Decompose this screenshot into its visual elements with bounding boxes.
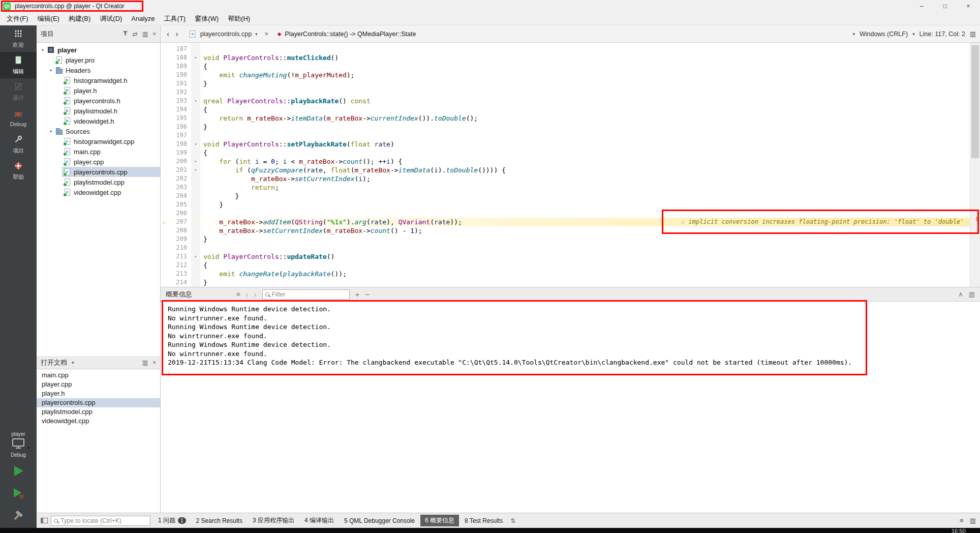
tree-item-videowidget.cpp[interactable]: cvideowidget.cpp	[37, 187, 160, 197]
output-tab-1[interactable]: 2 Search Results	[192, 516, 247, 526]
expander-icon[interactable]: ▾	[48, 68, 54, 73]
fold-marker-icon[interactable]: ▾	[191, 140, 200, 149]
tree-item-player[interactable]: ▾player	[37, 45, 160, 55]
chevron-down-icon[interactable]: ▾	[912, 32, 915, 37]
open-doc-main.cpp[interactable]: main.cpp	[37, 371, 160, 380]
menu-item-4[interactable]: Analyze	[127, 13, 159, 24]
run-button[interactable]	[0, 461, 37, 483]
code-line-200[interactable]: 200▾ for (int i = 0; i < m_rateBox->coun…	[161, 157, 970, 166]
tree-item-player.cpp[interactable]: cplayer.cpp	[37, 157, 160, 167]
build-button[interactable]	[0, 506, 37, 528]
encoding-label[interactable]: Windows (CRLF)	[860, 31, 908, 38]
code-line-193[interactable]: 193▾qreal PlayerControls::playbackRate()…	[161, 97, 970, 105]
open-doc-playercontrols.cpp[interactable]: playercontrols.cpp	[37, 398, 160, 407]
close-pane-icon[interactable]: ▥	[969, 291, 975, 298]
code-line-209[interactable]: 209}	[161, 235, 970, 244]
toggle-right-sidebar-icon[interactable]: ▥	[970, 517, 976, 524]
code-line-191[interactable]: 191}	[161, 79, 970, 88]
mode-design[interactable]: 设计	[0, 78, 37, 105]
code-line-206[interactable]: 206	[161, 209, 970, 218]
code-line-202[interactable]: 202 m_rateBox->setCurrentIndex(i);	[161, 174, 970, 183]
split-editor-icon[interactable]: ▥	[970, 30, 976, 38]
wrap-lines-icon[interactable]: ≡	[236, 291, 240, 298]
output-tab-0[interactable]: 1 问题1	[154, 515, 191, 526]
code-line-197[interactable]: 197	[161, 131, 970, 140]
split-icon[interactable]: ▥	[142, 360, 148, 366]
code-line-201[interactable]: 201▾ if (qFuzzyCompare(rate, float(m_rat…	[161, 166, 970, 174]
close-button[interactable]: ×	[957, 0, 980, 12]
tree-item-headers[interactable]: ▾Headers	[37, 65, 160, 75]
zoom-in-icon[interactable]: +	[355, 290, 360, 298]
tree-item-histogramwidget.cpp[interactable]: chistogramwidget.cpp	[37, 136, 160, 146]
chevron-down-icon[interactable]: ▾	[852, 32, 855, 37]
code-line-207[interactable]: 207⚠ m_rateBox->addItem(QString("%1x").a…	[161, 218, 970, 226]
tree-item-histogramwidget.h[interactable]: hhistogramwidget.h	[37, 75, 160, 85]
fold-marker-icon[interactable]: ▾	[191, 166, 200, 174]
back-icon[interactable]: ‹	[167, 30, 169, 38]
menu-item-3[interactable]: 调试(D)	[95, 13, 127, 24]
prev-item-icon[interactable]: ‹	[246, 290, 249, 298]
scrollbar-thumb[interactable]	[971, 45, 979, 158]
code-line-213[interactable]: 213 emit changeRate(playbackRate());	[161, 270, 970, 278]
menu-item-5[interactable]: 工具(T)	[160, 13, 191, 24]
code-line-204[interactable]: 204 }	[161, 192, 970, 200]
code-line-205[interactable]: 205 }	[161, 200, 970, 209]
tree-item-player.pro[interactable]: pplayer.pro	[37, 55, 160, 65]
output-filter-input[interactable]	[272, 291, 347, 298]
fold-marker-icon[interactable]: ▾	[191, 53, 200, 62]
open-doc-playlistmodel.cpp[interactable]: playlistmodel.cpp	[37, 407, 160, 417]
code-line-195[interactable]: 195 return m_rateBox->itemData(m_rateBox…	[161, 114, 970, 123]
expander-icon[interactable]: ▾	[48, 129, 54, 134]
open-doc-videowidget.cpp[interactable]: videowidget.cpp	[37, 417, 160, 426]
zoom-out-icon[interactable]: −	[365, 290, 370, 298]
maximize-pane-icon[interactable]: ∧	[958, 291, 963, 298]
tree-item-playercontrols.h[interactable]: hplayercontrols.h	[37, 96, 160, 106]
tree-item-playlistmodel.h[interactable]: hplaylistmodel.h	[37, 106, 160, 116]
code-line-192[interactable]: 192	[161, 88, 970, 97]
code-line-196[interactable]: 196}	[161, 123, 970, 131]
fold-marker-icon[interactable]: ▾	[191, 252, 200, 261]
menu-item-0[interactable]: 文件(F)	[2, 13, 33, 24]
toggle-left-sidebar-icon[interactable]	[41, 518, 48, 523]
menu-item-1[interactable]: 编辑(E)	[33, 13, 64, 24]
expander-icon[interactable]: ▾	[40, 48, 46, 52]
locator-input[interactable]	[60, 517, 147, 524]
code-line-199[interactable]: 199{	[161, 149, 970, 157]
tree-item-videowidget.h[interactable]: hvideowidget.h	[37, 116, 160, 126]
mode-debug[interactable]: Debug	[0, 105, 37, 131]
maximize-button[interactable]: □	[933, 0, 957, 12]
filter-icon[interactable]	[122, 31, 128, 37]
kit-selector-button[interactable]: player▾Debug	[0, 428, 37, 461]
code-line-190[interactable]: 190 emit changeMuting(!m_playerMuted);	[161, 71, 970, 79]
chevron-down-icon[interactable]: ▾	[72, 360, 74, 365]
code-line-198[interactable]: 198▾void PlayerControls::setPlaybackRate…	[161, 140, 970, 149]
code-line-203[interactable]: 203 return;	[161, 183, 970, 192]
editor-scrollbar[interactable]	[970, 43, 980, 287]
mode-projects[interactable]: 项目	[0, 131, 37, 158]
tree-item-playercontrols.cpp[interactable]: cplayercontrols.cpp	[37, 167, 160, 177]
close-icon[interactable]: ×	[152, 31, 156, 37]
output-tab-3[interactable]: 4 编译输出	[300, 515, 339, 526]
sync-with-editor-icon[interactable]: ⇄	[133, 31, 138, 37]
output-tab-4[interactable]: 5 QML Debugger Console	[340, 516, 419, 526]
mode-help[interactable]: 帮助	[0, 158, 37, 184]
forward-icon[interactable]: ›	[175, 30, 178, 38]
code-line-189[interactable]: 189{	[161, 62, 970, 71]
tree-item-main.cpp[interactable]: cmain.cpp	[37, 146, 160, 157]
code-line-210[interactable]: 210	[161, 244, 970, 252]
debug-run-button[interactable]	[0, 483, 37, 506]
mode-welcome[interactable]: 欢迎	[0, 25, 37, 52]
output-tab-6[interactable]: 8 Test Results	[460, 516, 507, 526]
code-line-187[interactable]: 187	[161, 45, 970, 53]
code-line-188[interactable]: 188▾void PlayerControls::muteClicked()	[161, 53, 970, 62]
code-line-194[interactable]: 194{	[161, 105, 970, 114]
code-editor[interactable]: 187188▾void PlayerControls::muteClicked(…	[161, 43, 980, 287]
code-line-208[interactable]: 208 m_rateBox->setCurrentIndex(m_rateBox…	[161, 226, 970, 235]
output-tab-2[interactable]: 3 应用程序输出	[248, 515, 299, 526]
mode-edit[interactable]: 编辑	[0, 52, 37, 78]
tree-item-player.h[interactable]: hplayer.h	[37, 85, 160, 96]
open-doc-player.cpp[interactable]: player.cpp	[37, 380, 160, 389]
close-document-icon[interactable]: ×	[265, 31, 268, 38]
symbol-dropdown[interactable]: PlayerControls::state() -> QMediaPlayer:…	[285, 31, 416, 38]
fold-marker-icon[interactable]: ▾	[191, 97, 200, 105]
